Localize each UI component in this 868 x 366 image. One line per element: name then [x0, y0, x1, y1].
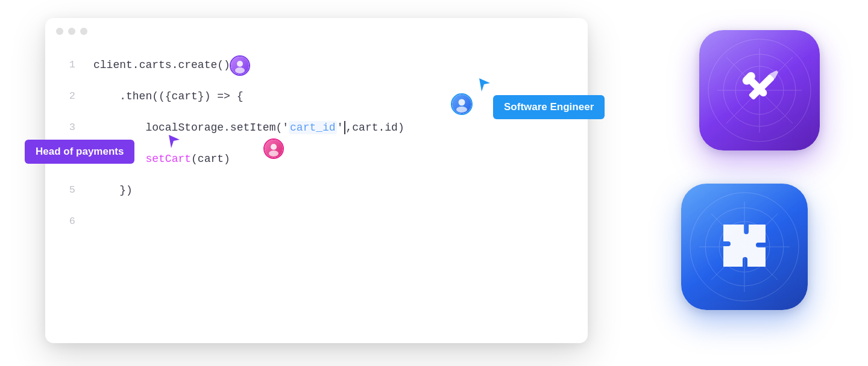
cursor-arrow-purple [168, 134, 181, 152]
code-content-5: }) [93, 175, 133, 206]
app-icon-tools [699, 30, 820, 150]
svg-marker-6 [479, 78, 490, 92]
svg-point-2 [271, 144, 277, 150]
line-number-5: 5 [57, 175, 75, 206]
cursor-arrow-blue [478, 77, 491, 95]
avatar-face-icon-1 [231, 57, 248, 74]
puzzle-symbol [711, 212, 778, 281]
svg-point-5 [456, 107, 467, 113]
avatar-face-icon-3 [265, 140, 282, 157]
tooltip-head-of-payments: Head of payments [25, 140, 134, 164]
cursor-arrow-purple-icon [168, 134, 181, 149]
code-content-3: localStorage.setItem('cart_id',cart.id) [93, 112, 404, 143]
avatar-user-3 [263, 138, 284, 159]
code-content-2: .then(({cart}) => { [93, 81, 243, 112]
line-number-1: 1 [57, 49, 75, 81]
line-number-3: 3 [57, 112, 75, 143]
puzzle-svg-icon [711, 212, 778, 279]
tooltip-software-engineer: Software Engineer [493, 95, 605, 119]
svg-point-0 [237, 61, 243, 67]
traffic-light-minimize[interactable] [68, 28, 75, 35]
traffic-light-close[interactable] [56, 28, 63, 35]
traffic-light-maximize[interactable] [80, 28, 87, 35]
avatar-face-icon-2 [453, 95, 471, 113]
code-content-1: client.carts.create() [93, 49, 230, 81]
avatar-user-2 [451, 93, 473, 115]
svg-marker-7 [169, 135, 180, 148]
tools-symbol [729, 59, 790, 122]
svg-point-3 [269, 150, 278, 157]
app-icon-puzzle [681, 184, 808, 310]
line-number-2: 2 [57, 81, 75, 112]
editor-titlebar [45, 18, 588, 43]
code-line-6: 6 [45, 206, 588, 237]
code-editor-window: 1 client.carts.create() 2 .then(({cart})… [45, 18, 588, 343]
avatar-user-1 [230, 55, 250, 76]
svg-point-1 [235, 67, 245, 73]
line-number-6: 6 [57, 206, 75, 237]
cursor-arrow-blue-icon [478, 77, 491, 93]
code-line-5: 5 }) [45, 175, 588, 206]
tools-svg-icon [729, 59, 790, 119]
code-line-1: 1 client.carts.create() [45, 49, 588, 81]
svg-point-4 [459, 99, 465, 106]
